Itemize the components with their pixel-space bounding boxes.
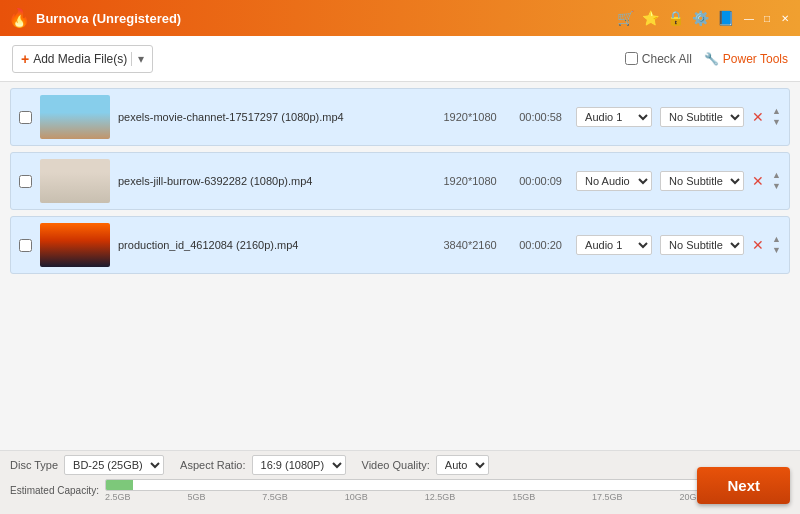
add-media-button[interactable]: + Add Media File(s) ▾	[12, 45, 153, 73]
app-logo-icon: 🔥	[8, 7, 30, 29]
arrow-down-icon[interactable]: ▼	[772, 117, 781, 128]
dropdown-arrow-icon[interactable]: ▾	[131, 52, 144, 66]
cart-icon[interactable]: 🛒	[617, 10, 634, 26]
check-all-checkbox[interactable]	[625, 52, 638, 65]
toolbar: + Add Media File(s) ▾ Check All 🔧 Power …	[0, 36, 800, 82]
media-filename: production_id_4612084 (2160p).mp4	[118, 239, 427, 251]
arrow-up-icon[interactable]: ▲	[772, 234, 781, 245]
app-title: Burnova (Unregistered)	[36, 11, 617, 26]
table-row: production_id_4612084 (2160p).mp4 3840*2…	[10, 216, 790, 274]
media-thumbnail	[40, 95, 110, 139]
toolbar-right: Check All 🔧 Power Tools	[625, 52, 788, 66]
capacity-bar-container: 2.5GB5GB7.5GB10GB12.5GB15GB17.5GB20GB22.…	[105, 479, 790, 502]
remove-icon[interactable]: ✕	[752, 237, 764, 253]
capacity-ticks: 2.5GB5GB7.5GB10GB12.5GB15GB17.5GB20GB22.…	[105, 492, 790, 502]
check-all-label[interactable]: Check All	[625, 52, 692, 66]
facebook-icon[interactable]: 📘	[717, 10, 734, 26]
media-filename: pexels-jill-burrow-6392282 (1080p).mp4	[118, 175, 427, 187]
media-duration: 00:00:20	[513, 239, 568, 251]
media-duration: 00:00:09	[513, 175, 568, 187]
subtitle-select[interactable]: No Subtitle	[660, 107, 744, 127]
audio-select[interactable]: No Audio Audio 1	[576, 171, 652, 191]
bottom-bar: Disc Type BD-25 (25GB) Aspect Ratio: 16:…	[0, 450, 800, 514]
arrow-up-icon[interactable]: ▲	[772, 106, 781, 117]
wrench-icon: 🔧	[704, 52, 719, 66]
media-resolution: 3840*2160	[435, 239, 505, 251]
settings-icon[interactable]: ⚙️	[692, 10, 709, 26]
disc-type-group: Disc Type BD-25 (25GB)	[10, 455, 164, 475]
video-quality-group: Video Quality: Auto	[362, 455, 489, 475]
add-media-label: Add Media File(s)	[33, 52, 127, 66]
aspect-ratio-label: Aspect Ratio:	[180, 459, 245, 471]
media-filename: pexels-movie-channet-17517297 (1080p).mp…	[118, 111, 427, 123]
capacity-label: Estimated Capacity:	[10, 485, 99, 496]
table-row: pexels-jill-burrow-6392282 (1080p).mp4 1…	[10, 152, 790, 210]
capacity-tick: 17.5GB	[592, 492, 623, 502]
reorder-arrows: ▲ ▼	[772, 170, 781, 192]
row-checkbox-1[interactable]	[19, 175, 32, 188]
power-tools-label: Power Tools	[723, 52, 788, 66]
media-resolution: 1920*1080	[435, 111, 505, 123]
remove-icon[interactable]: ✕	[752, 173, 764, 189]
table-row: pexels-movie-channet-17517297 (1080p).mp…	[10, 88, 790, 146]
media-duration: 00:00:58	[513, 111, 568, 123]
capacity-tick: 5GB	[187, 492, 205, 502]
disc-type-label: Disc Type	[10, 459, 58, 471]
plus-icon: +	[21, 51, 29, 67]
aspect-ratio-select[interactable]: 16:9 (1080P)	[252, 455, 346, 475]
aspect-ratio-group: Aspect Ratio: 16:9 (1080P)	[180, 455, 345, 475]
capacity-fill	[106, 480, 133, 490]
video-quality-label: Video Quality:	[362, 459, 430, 471]
titlebar: 🔥 Burnova (Unregistered) 🛒 ⭐ 🔒 ⚙️ 📘 — □ …	[0, 0, 800, 36]
audio-select[interactable]: Audio 1 No Audio	[576, 235, 652, 255]
arrow-up-icon[interactable]: ▲	[772, 170, 781, 181]
close-button[interactable]: ✕	[778, 11, 792, 25]
subtitle-select[interactable]: No Subtitle	[660, 171, 744, 191]
media-thumbnail	[40, 159, 110, 203]
next-button[interactable]: Next	[697, 467, 790, 504]
capacity-tick: 12.5GB	[425, 492, 456, 502]
capacity-tick: 10GB	[345, 492, 368, 502]
media-thumbnail	[40, 223, 110, 267]
lock-icon[interactable]: 🔒	[667, 10, 684, 26]
capacity-row: Estimated Capacity: 2.5GB5GB7.5GB10GB12.…	[10, 479, 790, 502]
reorder-arrows: ▲ ▼	[772, 234, 781, 256]
audio-select[interactable]: Audio 1 No Audio	[576, 107, 652, 127]
arrow-down-icon[interactable]: ▼	[772, 181, 781, 192]
row-checkbox-2[interactable]	[19, 239, 32, 252]
media-resolution: 1920*1080	[435, 175, 505, 187]
row-checkbox-0[interactable]	[19, 111, 32, 124]
capacity-tick: 15GB	[512, 492, 535, 502]
media-list: pexels-movie-channet-17517297 (1080p).mp…	[0, 82, 800, 450]
maximize-button[interactable]: □	[760, 11, 774, 25]
capacity-tick: 2.5GB	[105, 492, 131, 502]
subtitle-select[interactable]: No Subtitle	[660, 235, 744, 255]
remove-icon[interactable]: ✕	[752, 109, 764, 125]
arrow-down-icon[interactable]: ▼	[772, 245, 781, 256]
video-quality-select[interactable]: Auto	[436, 455, 489, 475]
power-tools-button[interactable]: 🔧 Power Tools	[704, 52, 788, 66]
titlebar-tools: 🛒 ⭐ 🔒 ⚙️ 📘	[617, 10, 734, 26]
star-icon[interactable]: ⭐	[642, 10, 659, 26]
minimize-button[interactable]: —	[742, 11, 756, 25]
reorder-arrows: ▲ ▼	[772, 106, 781, 128]
capacity-tick: 7.5GB	[262, 492, 288, 502]
window-controls: — □ ✕	[742, 11, 792, 25]
capacity-bar	[105, 479, 790, 491]
bottom-controls: Disc Type BD-25 (25GB) Aspect Ratio: 16:…	[10, 455, 790, 475]
disc-type-select[interactable]: BD-25 (25GB)	[64, 455, 164, 475]
check-all-text: Check All	[642, 52, 692, 66]
